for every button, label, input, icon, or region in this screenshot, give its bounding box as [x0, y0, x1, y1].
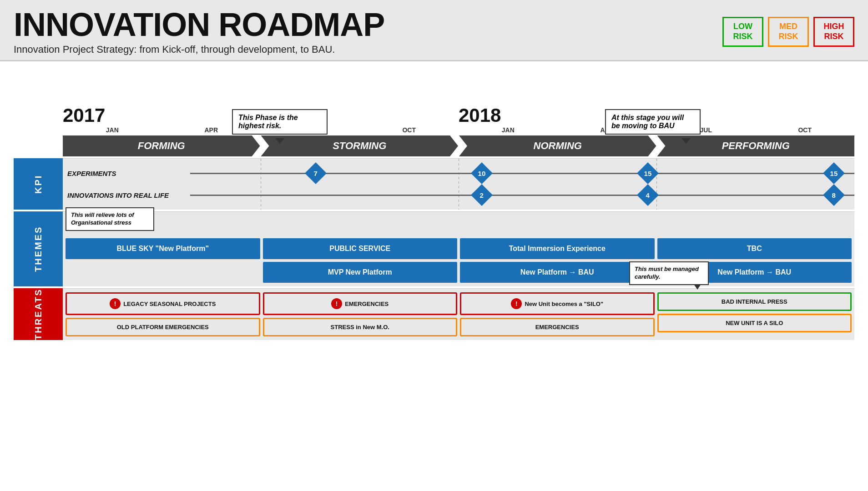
header-left: INNOVATION ROADMAP Innovation Project St…: [14, 8, 384, 55]
kpi-exp-diamond-10: 10: [474, 165, 490, 181]
header: INNOVATION ROADMAP Innovation Project St…: [0, 0, 868, 61]
kpi-exp-diamond-15a: 15: [640, 165, 656, 181]
callout-threats-norming: This must be managed carefully.: [629, 261, 709, 285]
theme-public-service: PUBLIC SERVICE: [263, 238, 458, 259]
threats-content: This must be managed carefully. ! LEGACY…: [63, 288, 854, 340]
phase-storming: STORMING: [261, 135, 459, 156]
theme-tbc: TBC: [657, 238, 852, 259]
threat-col-2: ! EMERGENCIES STRESS in New M.O.: [263, 292, 458, 336]
threat-icon-legacy: !: [110, 298, 121, 309]
threat-silo: ! New Unit becomes a "SILO": [460, 292, 655, 315]
kpi-exp-diamond-7: 7: [308, 165, 323, 181]
threat-bad-press: BAD INTERNAL PRESS: [657, 292, 852, 311]
threat-stress: STRESS in New M.O.: [263, 318, 458, 336]
kpi-innovations-track: 2 4 8: [190, 195, 854, 196]
roadmap-content: This Phase is the highest risk. At this …: [0, 61, 868, 345]
callout-themes-forming: This will relieve lots of Organisational…: [66, 207, 154, 231]
threat-col-3: ! New Unit becomes a "SILO" EMERGENCIES: [460, 292, 655, 336]
threat-icon-silo: !: [511, 298, 522, 309]
phases-row: FORMING STORMING NORMING PERFORMING: [63, 135, 854, 156]
kpi-experiments-track: 7 10 1: [190, 173, 854, 174]
threat-new-unit-silo: NEW UNIT IS A SILO: [657, 314, 852, 332]
threat-col-4: BAD INTERNAL PRESS NEW UNIT IS A SILO: [657, 292, 852, 336]
themes-grid: BLUE SKY "New Platform" PUBLIC SERVICE M…: [66, 238, 852, 283]
years-row: 2017 JAN APR JUL OCT 2018 JAN APR JUL OC…: [63, 105, 854, 134]
page: INNOVATION ROADMAP Innovation Project St…: [0, 0, 868, 491]
kpi-experiments-label: EXPERIMENTS: [63, 170, 190, 177]
theme-mvp: MVP New Platform: [263, 262, 458, 283]
threats-label: THREATS: [14, 288, 63, 340]
kpi-innovations-label: INNOVATIONS INTO REAL LIFE: [63, 191, 190, 199]
threat-icon-emergencies: !: [331, 298, 342, 309]
theme-total-immersion: Total Immersion Experience: [460, 238, 655, 259]
threat-old-platform: OLD PLATFORM EMERGENCIES: [66, 318, 260, 336]
month-jan1: JAN: [63, 126, 162, 134]
kpi-innov-diamond-8: 8: [826, 187, 842, 203]
kpi-innovations-row: INNOVATIONS INTO REAL LIFE 2: [63, 185, 854, 205]
threat-emergencies-1: ! EMERGENCIES: [263, 292, 458, 315]
month-oct1: OCT: [360, 126, 459, 134]
month-oct2: OCT: [756, 126, 855, 134]
callout-storming: This Phase is the highest risk.: [232, 109, 328, 135]
kpi-exp-diamond-15b: 15: [826, 165, 842, 181]
kpi-experiments-row: EXPERIMENTS 7 10: [63, 163, 854, 183]
risk-badges: LOWRISK MEDRISK HIGHRISK: [722, 17, 854, 46]
phase-norming: NORMING: [459, 135, 656, 156]
kpi-section: KPI EXPERIMENTS: [14, 158, 854, 210]
themes-section: THEMES This will relieve lots of Organis…: [14, 211, 854, 286]
themes-content: This will relieve lots of Organisational…: [63, 211, 854, 286]
theme-blue-sky: BLUE SKY "New Platform": [66, 238, 260, 259]
callout-bau: At this stage you will be moving to BAU: [605, 109, 701, 135]
threats-grid: ! LEGACY SEASONAL PROJECTS OLD PLATFORM …: [66, 292, 852, 336]
theme-col-3: Total Immersion Experience New Platform …: [460, 238, 655, 283]
threats-section: THREATS This must be managed carefully. …: [14, 288, 854, 340]
subtitle: Innovation Project Strategy: from Kick-o…: [14, 44, 384, 55]
theme-col-1: BLUE SKY "New Platform": [66, 238, 260, 283]
theme-new-platform-bau-1: New Platform → BAU: [460, 262, 655, 283]
threat-emergencies-2: EMERGENCIES: [460, 318, 655, 336]
kpi-innov-diamond-4: 4: [640, 187, 656, 203]
threat-legacy: ! LEGACY SEASONAL PROJECTS: [66, 292, 260, 315]
risk-badge-med: MEDRISK: [768, 17, 809, 46]
main-title: INNOVATION ROADMAP: [14, 8, 384, 41]
phase-forming: FORMING: [63, 135, 260, 156]
kpi-content: EXPERIMENTS 7 10: [63, 158, 854, 210]
month-jan2: JAN: [459, 126, 558, 134]
risk-badge-low: LOWRISK: [722, 17, 763, 46]
theme-col-2: PUBLIC SERVICE MVP New Platform: [263, 238, 458, 283]
threat-col-1: ! LEGACY SEASONAL PROJECTS OLD PLATFORM …: [66, 292, 260, 336]
risk-badge-high: HIGHRISK: [813, 17, 854, 46]
themes-label: THEMES: [14, 211, 63, 286]
kpi-innov-diamond-2: 2: [474, 187, 490, 203]
kpi-label: KPI: [14, 158, 63, 210]
